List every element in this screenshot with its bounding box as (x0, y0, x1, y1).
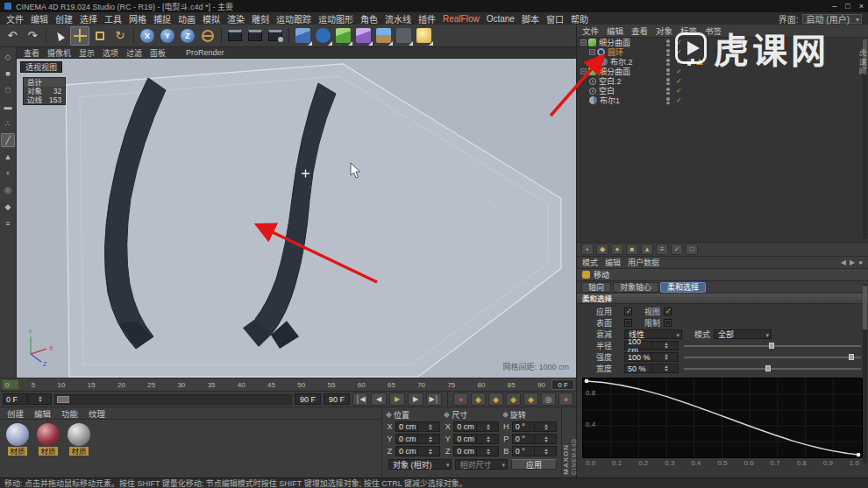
om-menu-bookmarks[interactable]: 书签 (705, 25, 722, 37)
texture-tag-icon[interactable] (687, 59, 694, 66)
strength-field[interactable]: 100 % (624, 352, 679, 362)
enable-checkbox[interactable] (624, 308, 632, 315)
scale-tool-button[interactable] (90, 26, 110, 46)
size-z-field[interactable]: 0 cm (453, 446, 498, 456)
material-name[interactable]: 材质 (39, 447, 57, 456)
visibility-toggles[interactable] (666, 49, 670, 56)
menu-tools[interactable]: 工具 (101, 12, 125, 25)
polygons-mode-button[interactable]: ▲ (1, 150, 15, 164)
menu-mesh[interactable]: 网格 (125, 12, 150, 25)
menu-snap[interactable]: 捕捉 (150, 12, 174, 25)
spinner-icon[interactable] (651, 342, 679, 350)
subtab-soft-selection[interactable]: 柔和选择 (660, 282, 706, 293)
expand-icon[interactable]: − (589, 49, 595, 55)
range-slider-knob[interactable] (57, 396, 69, 403)
previous-frame-button[interactable]: ◀ (371, 393, 387, 406)
om-menu-objects[interactable]: 对象 (656, 25, 672, 37)
material-name[interactable]: 材质 (8, 447, 26, 456)
subtab-axis[interactable]: 轴向 (581, 282, 611, 293)
object-row[interactable]: 空白 ✓ (577, 86, 868, 95)
timeline-range-slider[interactable] (54, 394, 292, 405)
enabled-check-icon[interactable]: ✓ (676, 38, 682, 47)
lock-x-button[interactable]: X (138, 26, 157, 46)
panel-icon-7[interactable]: ✓ (671, 244, 683, 255)
record-pla-button[interactable]: ◎ (541, 393, 556, 406)
material-sphere[interactable] (6, 423, 29, 446)
surface-checkbox[interactable] (624, 319, 632, 327)
viewport-canvas[interactable]: X Y Z 透视视图 总计 对象32 边线153 网格间距: 1000 cm (17, 59, 576, 378)
interface-dropdown[interactable]: 启动 (用户) (802, 14, 862, 24)
lock-y-button[interactable]: Y (158, 26, 177, 46)
close-button[interactable]: × (859, 2, 864, 11)
menu-file[interactable]: 文件 (3, 12, 27, 25)
record-rotation-button[interactable]: ◆ (506, 393, 521, 406)
apply-button[interactable]: 应用 (511, 459, 557, 470)
add-generator-button[interactable] (333, 26, 352, 46)
size-x-field[interactable]: 0 cm (453, 421, 498, 432)
autokey-button[interactable]: ● (559, 393, 573, 406)
material-item[interactable]: 材质 (35, 423, 61, 456)
minimize-button[interactable]: – (832, 2, 836, 11)
restrict-checkbox[interactable] (664, 319, 672, 327)
am-tab-edit[interactable]: 编辑 (605, 257, 621, 268)
visibility-toggles[interactable] (666, 39, 670, 46)
expand-icon[interactable]: − (580, 39, 587, 46)
am-back-icon[interactable]: ◀ (841, 258, 846, 266)
object-row[interactable]: 空白.2 ✓ (577, 76, 868, 86)
size-y-field[interactable]: 0 cm (453, 434, 498, 444)
width-slider[interactable] (684, 364, 861, 372)
tag-icons[interactable] (687, 59, 703, 66)
am-scrollbar[interactable] (863, 284, 867, 463)
menu-select[interactable]: 选择 (76, 12, 101, 25)
visibility-toggles[interactable] (666, 97, 670, 104)
next-frame-button[interactable]: ▶ (408, 393, 423, 406)
menu-create[interactable]: 创建 (52, 12, 76, 25)
coord-system-button[interactable] (198, 26, 217, 46)
panel-icon-5[interactable]: ▲ (641, 244, 653, 255)
panel-icon-4[interactable]: ■ (626, 244, 638, 255)
menu-plugins[interactable]: 插件 (415, 12, 439, 25)
rotation-h-field[interactable]: 0 ° (512, 421, 557, 432)
am-tab-mode[interactable]: 模式 (582, 257, 598, 268)
menu-window[interactable]: 窗口 (543, 12, 567, 25)
visibility-toggles[interactable] (666, 88, 670, 95)
live-selection-button[interactable] (50, 26, 69, 46)
view-label[interactable]: 透视视图 (20, 61, 62, 73)
material-sphere[interactable] (68, 423, 90, 446)
points-mode-button[interactable]: ∴ (1, 117, 15, 131)
mat-menu-function[interactable]: 功能 (61, 407, 78, 420)
expand-icon[interactable]: − (580, 68, 587, 74)
coord-size-dropdown[interactable]: 相对尺寸 (455, 459, 508, 470)
menu-edit[interactable]: 编辑 (27, 12, 52, 25)
menu-animate[interactable]: 动画 (174, 12, 199, 25)
material-item[interactable]: 材质 (66, 423, 92, 456)
spinner-icon[interactable] (651, 364, 679, 372)
vp-menu-prorender[interactable]: ProRender (186, 48, 224, 57)
rotation-p-field[interactable]: 0 ° (512, 434, 557, 444)
vp-menu-camera[interactable]: 摄像机 (47, 47, 71, 59)
texture-mode-button[interactable]: □ (1, 83, 15, 97)
enabled-check-icon[interactable]: ✓ (676, 47, 682, 57)
radius-slider[interactable] (684, 342, 861, 350)
mode-dropdown[interactable]: 全部 (714, 329, 772, 339)
phong-tag-icon[interactable] (696, 59, 703, 65)
viewport-solo-button[interactable]: ◎ (1, 183, 15, 197)
menu-pipeline[interactable]: 流水线 (381, 12, 415, 25)
menu-simulate[interactable]: 模拟 (199, 12, 224, 25)
menu-motion-tracker[interactable]: 运动跟踪 (273, 12, 315, 25)
object-row[interactable]: 布尔1 ✓ (577, 95, 868, 105)
model-mode-button[interactable]: ■ (1, 67, 15, 81)
add-environment-button[interactable] (374, 26, 393, 46)
curve-point-start[interactable] (585, 379, 589, 384)
make-editable-button[interactable]: ◇ (1, 50, 15, 64)
add-deformer-button[interactable] (353, 26, 373, 46)
enabled-check-icon[interactable]: ✓ (676, 57, 682, 67)
curve-point-end[interactable] (857, 453, 861, 457)
om-menu-tags[interactable]: 标签 (680, 25, 697, 37)
menu-realflow[interactable]: RealFlow (439, 14, 483, 24)
record-position-button[interactable]: ◆ (471, 393, 486, 406)
am-forward-icon[interactable]: ▶ (850, 258, 855, 266)
enabled-check-icon[interactable]: ✓ (676, 67, 682, 76)
spinner-icon[interactable] (27, 394, 52, 404)
vp-menu-filter[interactable]: 过滤 (126, 47, 142, 59)
